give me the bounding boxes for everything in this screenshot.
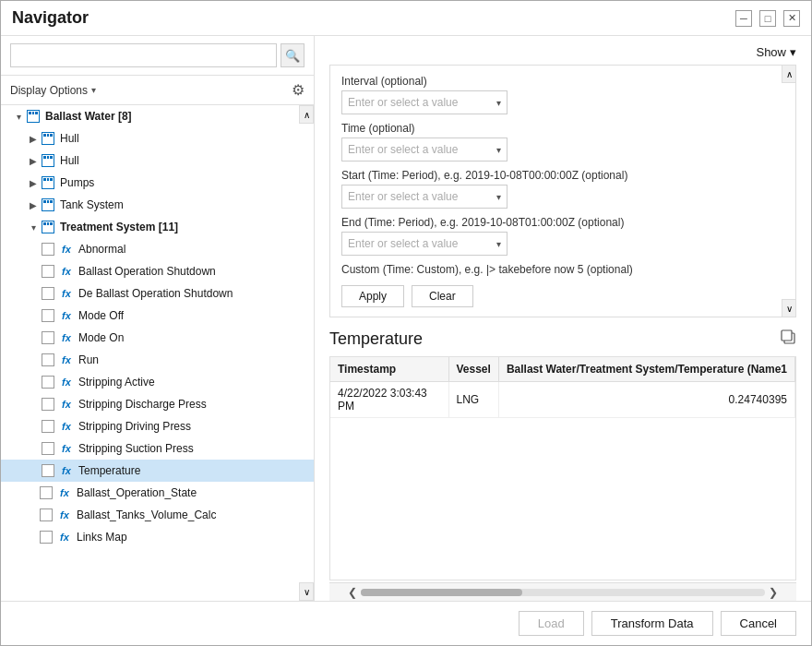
tree-item-pumps[interactable]: ▶ Pumps bbox=[1, 172, 314, 194]
start-select[interactable]: Enter or select a value ▾ bbox=[341, 185, 508, 209]
start-label: Start (Time: Period), e.g. 2019-10-08T00… bbox=[341, 169, 784, 182]
copy-icon[interactable] bbox=[780, 329, 796, 349]
hscroll-track[interactable] bbox=[361, 589, 765, 596]
tree-item-treatment-system[interactable]: ▾ Treatment System [11] bbox=[1, 216, 314, 238]
checkbox-ballast-tanks-volume-calc[interactable] bbox=[40, 508, 53, 521]
tree-arrow-tank-system: ▶ bbox=[27, 200, 40, 210]
cancel-button[interactable]: Cancel bbox=[721, 611, 796, 636]
tree-item-stripping-active[interactable]: fx Stripping Active bbox=[1, 371, 314, 393]
clear-button[interactable]: Clear bbox=[412, 285, 473, 307]
checkbox-abnormal[interactable] bbox=[42, 243, 54, 256]
hscroll-left-button[interactable]: ❮ bbox=[348, 586, 357, 599]
tree-item-hull-2[interactable]: ▶ Hull bbox=[1, 150, 314, 172]
checkbox-mode-on[interactable] bbox=[42, 331, 54, 344]
tree-item-stripping-driving-press[interactable]: fx Stripping Driving Press bbox=[1, 415, 314, 437]
left-pane: 🔍 Display Options ▾ ⚙ ∧ bbox=[1, 36, 315, 601]
search-input[interactable] bbox=[10, 43, 277, 67]
right-scroll-up-button[interactable]: ∧ bbox=[782, 65, 796, 83]
checkbox-stripping-driving-press[interactable] bbox=[42, 420, 54, 433]
tree-item-tank-system[interactable]: ▶ Tank System bbox=[1, 194, 314, 216]
load-button[interactable]: Load bbox=[519, 611, 584, 636]
tree-item-ballast-op-shutdown[interactable]: fx Ballast Operation Shutdown bbox=[1, 260, 314, 282]
end-select[interactable]: Enter or select a value ▾ bbox=[341, 232, 508, 256]
checkbox-temperature[interactable] bbox=[42, 464, 54, 477]
display-options-label: Display Options bbox=[10, 84, 88, 97]
fx-icon-stripping-driving-press: fx bbox=[58, 419, 75, 434]
interval-select[interactable]: Enter or select a value ▾ bbox=[341, 90, 508, 114]
tree-label-stripping-suction-press: Stripping Suction Press bbox=[78, 442, 194, 455]
tree-arrow-ballast-water: ▾ bbox=[12, 112, 25, 122]
fx-icon-temperature: fx bbox=[58, 463, 75, 478]
right-scroll-down-icon: ∨ bbox=[786, 304, 793, 314]
show-label: Show bbox=[756, 45, 786, 59]
end-select-arrow-icon: ▾ bbox=[496, 239, 501, 249]
apply-button[interactable]: Apply bbox=[341, 285, 404, 307]
tree-item-abnormal[interactable]: fx Abnormal bbox=[1, 238, 314, 260]
title-bar-controls: ─ □ ✕ bbox=[735, 10, 800, 27]
hscroll-right-button[interactable]: ❯ bbox=[769, 586, 778, 599]
tree-item-hull-1[interactable]: ▶ Hull bbox=[1, 127, 314, 150]
cell-timestamp: 4/22/2022 3:03:43 PM bbox=[330, 382, 448, 418]
tree-item-stripping-discharge-press[interactable]: fx Stripping Discharge Press bbox=[1, 393, 314, 415]
filter-row-time: Time (optional) Enter or select a value … bbox=[341, 122, 784, 162]
tree-item-ballast-tanks-volume-calc[interactable]: fx Ballast_Tanks_Volume_Calc bbox=[1, 504, 314, 526]
tree-scroll-down-button[interactable]: ∨ bbox=[299, 582, 314, 601]
col-header-timestamp: Timestamp bbox=[330, 357, 448, 382]
fx-icon-stripping-suction-press: fx bbox=[58, 441, 75, 456]
right-pane: Show ▾ ∧ Interval (optional) Enter or se… bbox=[315, 36, 811, 601]
show-dropdown[interactable]: Show ▾ bbox=[756, 45, 796, 59]
time-select-value: Enter or select a value bbox=[348, 143, 458, 156]
search-button[interactable]: 🔍 bbox=[281, 43, 304, 67]
tree-item-ballast-water[interactable]: ▾ Ballast Water [8] bbox=[1, 105, 314, 127]
start-select-value: Enter or select a value bbox=[348, 190, 458, 203]
tree-item-links-map[interactable]: fx Links Map bbox=[1, 526, 314, 548]
checkbox-ballast-op-shutdown[interactable] bbox=[42, 265, 54, 278]
window-title: Navigator bbox=[12, 8, 89, 28]
tree-item-stripping-suction-press[interactable]: fx Stripping Suction Press bbox=[1, 437, 314, 460]
tree-scroll-up-button[interactable]: ∧ bbox=[299, 105, 314, 124]
checkbox-stripping-suction-press[interactable] bbox=[42, 442, 54, 455]
scroll-up-icon: ∧ bbox=[304, 110, 310, 120]
tree-item-temperature[interactable]: fx Temperature bbox=[1, 460, 314, 482]
checkbox-stripping-discharge-press[interactable] bbox=[42, 398, 54, 411]
time-select[interactable]: Enter or select a value ▾ bbox=[341, 138, 508, 162]
tree-label-ballast-op-shutdown: Ballast Operation Shutdown bbox=[78, 265, 216, 278]
results-table-wrapper: Timestamp Vessel Ballast Water/Treatment… bbox=[329, 356, 796, 580]
checkbox-stripping-active[interactable] bbox=[42, 376, 54, 389]
right-scroll-down-button[interactable]: ∨ bbox=[782, 299, 796, 317]
transform-data-button[interactable]: Transform Data bbox=[591, 611, 713, 636]
display-options-button[interactable]: Display Options ▾ bbox=[10, 84, 96, 97]
tree-arrow-pumps: ▶ bbox=[27, 178, 40, 188]
table-row: 4/22/2022 3:03:43 PM LNG 0.24740395 bbox=[330, 382, 795, 418]
end-select-value: Enter or select a value bbox=[348, 237, 458, 250]
minimize-button[interactable]: ─ bbox=[735, 10, 752, 27]
end-label: End (Time: Period), e.g. 2019-10-08T01:0… bbox=[341, 216, 784, 229]
tree-item-mode-on[interactable]: fx Mode On bbox=[1, 327, 314, 349]
tree-label-abnormal: Abnormal bbox=[78, 243, 125, 256]
display-options-gear-button[interactable]: ⚙ bbox=[292, 81, 304, 99]
tree-pane[interactable]: ∧ ▾ Ballast Water [8] bbox=[1, 105, 314, 601]
restore-icon: □ bbox=[765, 13, 771, 24]
tree-label-treatment-system: Treatment System [11] bbox=[60, 221, 178, 233]
time-label: Time (optional) bbox=[341, 122, 784, 135]
tree-item-ballast-operation-state[interactable]: fx Ballast_Operation_State bbox=[1, 482, 314, 504]
fx-icon-de-ballast-op-shutdown: fx bbox=[58, 286, 75, 301]
checkbox-run[interactable] bbox=[42, 353, 54, 366]
tree-item-run[interactable]: fx Run bbox=[1, 349, 314, 371]
checkbox-de-ballast-op-shutdown[interactable] bbox=[42, 287, 54, 300]
checkbox-links-map[interactable] bbox=[40, 531, 53, 544]
tree-item-mode-off[interactable]: fx Mode Off bbox=[1, 305, 314, 327]
tree-item-de-ballast-op-shutdown[interactable]: fx De Ballast Operation Shutdown bbox=[1, 282, 314, 305]
tree-label-tank-system: Tank System bbox=[60, 198, 124, 211]
title-bar: Navigator ─ □ ✕ bbox=[1, 1, 811, 36]
restore-button[interactable]: □ bbox=[759, 10, 776, 27]
cell-value: 0.24740395 bbox=[498, 382, 794, 418]
checkbox-ballast-operation-state[interactable] bbox=[40, 486, 53, 499]
table-icon-treatment-system bbox=[40, 220, 56, 234]
fx-icon-mode-off: fx bbox=[58, 308, 75, 323]
checkbox-mode-off[interactable] bbox=[42, 309, 54, 322]
tree-arrow-hull-1: ▶ bbox=[27, 134, 40, 144]
tree-label-stripping-active: Stripping Active bbox=[78, 376, 155, 389]
fx-icon-stripping-active: fx bbox=[58, 375, 75, 389]
close-button[interactable]: ✕ bbox=[783, 10, 800, 27]
